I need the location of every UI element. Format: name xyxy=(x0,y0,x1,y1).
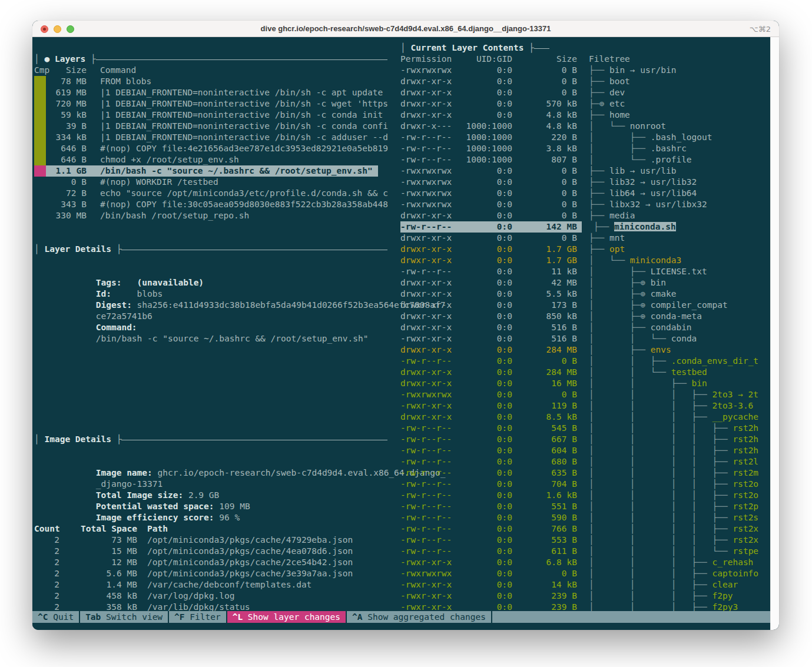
image-details-title: Image Details xyxy=(44,434,111,445)
layer-row[interactable]: 720 MB|1 DEBIAN_FRONTEND=noninteractive … xyxy=(34,98,387,109)
active-pane-indicator: ● xyxy=(44,54,54,64)
tree-branch-glyphs: ├── xyxy=(589,200,609,209)
filetree-row[interactable]: -rwxrwxrwx0:00 B │ │ │ ├── 2to3 → 2t xyxy=(400,389,770,400)
layer-row[interactable]: 39 B|1 DEBIAN_FRONTEND=noninteractive /b… xyxy=(34,121,387,132)
filetree-row[interactable]: -rw-r--r--0:0604 B │ │ │ │ ├── rst2h xyxy=(400,445,770,456)
file-size: 0 B xyxy=(512,233,577,244)
layer-row[interactable]: 59 kB|1 DEBIAN_FRONTEND=noninteractive /… xyxy=(34,109,387,121)
filetree-row[interactable]: -rw-r--r--0:0667 B │ │ │ │ ├── rst2h xyxy=(400,434,770,445)
col-total-space: Total Space xyxy=(62,523,137,535)
filetree-row[interactable]: -rw-r--r--0:0553 B │ │ │ │ ├── rst2x xyxy=(400,535,770,546)
file-uid-gid: 0:0 xyxy=(452,479,512,490)
layer-row[interactable]: 646 B#(nop) COPY file:4e21656ad3ee787e1d… xyxy=(34,143,387,154)
filetree-row[interactable]: -rwxr-xr-x0:06.8 kB │ │ │ ├── c_rehash xyxy=(400,557,770,568)
filetree-row[interactable]: -rw-r--r--1000:1000220 B │ ├── .bash_log… xyxy=(400,132,770,143)
statusbar-shortcut[interactable]: ^F Filter xyxy=(169,611,227,623)
layer-row[interactable]: 0 B#(nop) WORKDIR /testbed xyxy=(34,177,387,188)
file-name: libx32 → usr/libx32 xyxy=(609,200,707,209)
filetree-row[interactable]: drwxr-xr-x0:00 B ├── media xyxy=(400,210,770,221)
statusbar-shortcut[interactable]: ^A Show aggregated changes xyxy=(347,611,492,623)
layer-row[interactable]: 343 B#(nop) COPY file:30c05aea059d8030e8… xyxy=(34,199,387,210)
statusbar-shortcut[interactable]: ^C Quit xyxy=(32,611,80,623)
scrollbar-track[interactable] xyxy=(770,37,779,630)
file-permission: drwxr-xr-x xyxy=(400,311,452,322)
statusbar-shortcut[interactable]: ^L Show layer changes xyxy=(227,611,347,623)
file-uid-gid: 0:0 xyxy=(452,568,512,579)
tree-branch-glyphs: │ │ ├── xyxy=(589,379,692,388)
file-size: 0 B xyxy=(512,389,577,400)
file-uid-gid: 0:0 xyxy=(452,456,512,467)
filetree-row[interactable]: drwxr-x---1000:10004.8 kB │ └── nonroot xyxy=(400,121,770,132)
filetree-row[interactable]: -rwxrwxrwx0:00 B ├── bin → usr/bin xyxy=(400,65,770,76)
filetree-row[interactable]: drwxr-xr-x0:00 B ├── boot xyxy=(400,76,770,87)
col-count: Count xyxy=(34,523,62,535)
filetree-row[interactable]: -rw-r--r--0:01.6 kB │ │ │ │ ├── rst2o xyxy=(400,490,770,501)
tree-branch-glyphs: ├── xyxy=(589,77,609,86)
file-name: rst2h xyxy=(733,434,758,444)
layer-row[interactable]: 72 Becho "source /opt/miniconda3/etc/pro… xyxy=(34,188,387,199)
filetree-row[interactable]: drwxr-xr-x0:00 B ├── mnt xyxy=(400,233,770,244)
filetree-row[interactable]: drwxr-xr-x0:04.8 kB ├── home xyxy=(400,109,770,121)
file-size: 1.6 kB xyxy=(512,490,577,501)
filetree-row[interactable]: -rwxrwxrwx0:00 B ├── lib → usr/lib xyxy=(400,165,770,177)
filetree-row[interactable]: drwxr-xr-x0:08.5 kB │ │ │ ├── __pycache xyxy=(400,412,770,423)
filetree-row[interactable]: -rw-r--r--0:011 kB │ ├── LICENSE.txt xyxy=(400,266,770,277)
filetree-row[interactable]: drwxr-xr-x0:0850 kB │ ├─⊕ conda-meta xyxy=(400,311,770,322)
filetree-row[interactable]: -rw-r--r--0:0142 MB ├── miniconda.sh xyxy=(400,221,770,233)
layer-row[interactable]: 619 MB|1 DEBIAN_FRONTEND=noninteractive … xyxy=(34,87,387,98)
filetree-row[interactable]: -rw-r--r--0:0611 B │ │ │ │ └── rstpe xyxy=(400,546,770,557)
filetree-row[interactable]: -rw-r--r--0:00 B │ │ ├── .conda_envs_dir… xyxy=(400,356,770,367)
layer-row[interactable]: 646 Bchmod +x /root/setup_env.sh xyxy=(34,154,387,165)
filetree-row[interactable]: drwxr-xr-x0:0284 MB │ ├── envs xyxy=(400,344,770,356)
filetree-row[interactable]: drwxr-xr-x0:042 MB │ ├─⊕ bin xyxy=(400,277,770,288)
file-size: 0 B xyxy=(512,210,577,221)
filetree-row[interactable]: drwxr-xr-x0:016 MB │ │ ├── bin xyxy=(400,378,770,389)
filetree-row[interactable]: drwxr-xr-x0:0284 MB │ │ └── testbed xyxy=(400,367,770,378)
filetree-row[interactable]: -rw-r--r--0:0680 B │ │ │ │ ├── rst2l xyxy=(400,456,770,467)
layer-cmp-indicator xyxy=(34,121,46,132)
file-size: 0 B xyxy=(512,356,577,367)
contents-pane-header: │ Current Layer Contents ├ xyxy=(400,42,770,54)
filetree-row[interactable]: -rw-r--r--1000:10003.8 kB │ ├── .bashrc xyxy=(400,143,770,154)
filetree-row[interactable]: drwxr-xr-x0:00 B ├── dev xyxy=(400,87,770,98)
filetree-row[interactable]: drwxr-xr-x0:0173 B │ ├─⊕ compiler_compat xyxy=(400,300,770,311)
layer-cmp-indicator xyxy=(34,165,46,177)
filetree-row[interactable]: -rwxrwxrwx0:00 B ├── lib64 → usr/lib64 xyxy=(400,188,770,199)
layer-row[interactable]: 78 MBFROM blobs xyxy=(34,76,387,87)
screenshot-canvas: dive ghcr.io/epoch-research/sweb-c7d4d9d… xyxy=(0,0,812,667)
filetree-row[interactable]: -rw-r--r--0:0766 B │ │ │ │ ├── rst2x xyxy=(400,523,770,535)
filetree-row[interactable]: -rw-r--r--1000:1000807 B │ └── .profile xyxy=(400,154,770,165)
layer-row[interactable]: 334 kB|1 DEBIAN_FRONTEND=noninteractive … xyxy=(34,132,387,143)
filetree-row[interactable]: drwxr-xr-x0:0516 B │ ├── condabin xyxy=(400,322,770,333)
minimize-button[interactable] xyxy=(54,25,61,33)
layer-row[interactable]: 1.1 GB/bin/bash -c "source ~/.bashrc && … xyxy=(34,165,387,177)
file-size: 604 B xyxy=(512,445,577,456)
filetree-row[interactable]: drwxr-xr-x0:01.7 GB ├── opt xyxy=(400,244,770,255)
filetree-row[interactable]: drwxr-xr-x0:01.7 GB │ └── miniconda3 xyxy=(400,255,770,266)
filetree-row[interactable]: -rw-r--r--0:0704 B │ │ │ │ ├── rst2o xyxy=(400,479,770,490)
layer-details-title: Layer Details xyxy=(44,244,111,255)
filetree-row[interactable]: -rw-r--r--0:0590 B │ │ │ │ ├── rst2s xyxy=(400,512,770,523)
filetree-row[interactable]: -rwxr-xr-x0:0119 B │ │ │ ├── 2to3-3.6 xyxy=(400,400,770,412)
filetree-row[interactable]: -rwxrwxrwx0:00 B ├── libx32 → usr/libx32 xyxy=(400,199,770,210)
filetree-row[interactable]: -rw-r--r--0:0551 B │ │ │ │ ├── rst2p xyxy=(400,501,770,512)
filetree-row[interactable]: -rwxr-xr-x0:0239 B │ │ │ ├── f2py xyxy=(400,590,770,602)
close-button[interactable] xyxy=(41,25,48,33)
file-uid-gid: 0:0 xyxy=(452,512,512,523)
filetree-row[interactable]: -rw-r--r--0:0545 B │ │ │ │ ├── rst2h xyxy=(400,423,770,434)
wasted-count: 2 xyxy=(34,579,62,590)
tree-branch-glyphs: ├── xyxy=(589,65,609,75)
statusbar-shortcut[interactable]: Tab Switch view xyxy=(80,611,169,623)
filetree-row[interactable]: drwxr-xr-x0:0570 kB ├─⊕ etc xyxy=(400,98,770,109)
layers-column-headers: Cmp Size Command xyxy=(34,65,387,76)
filetree-row[interactable]: -rwxr-xr-x0:0516 B │ │ └── conda xyxy=(400,333,770,344)
detail-label: Image name: xyxy=(96,468,158,477)
filetree-row[interactable]: -rwxrwxrwx0:00 B │ │ │ ├── captoinfo xyxy=(400,568,770,579)
filetree-row[interactable]: -rwxr-xr-x0:014 kB │ │ │ ├── clear xyxy=(400,579,770,590)
layer-row[interactable]: 330 MB/bin/bash /root/setup_repo.sh xyxy=(34,210,387,221)
filetree-row[interactable]: drwxr-xr-x0:05.5 kB │ ├─⊕ cmake xyxy=(400,288,770,300)
filetree-row[interactable]: -rwxrwxrwx0:00 B ├── lib32 → usr/lib32 xyxy=(400,177,770,188)
wasted-count: 2 xyxy=(34,546,62,557)
filetree-row[interactable]: -rw-r--r--0:0635 B │ │ │ │ ├── rst2m xyxy=(400,467,770,479)
fullscreen-button[interactable] xyxy=(67,25,74,33)
